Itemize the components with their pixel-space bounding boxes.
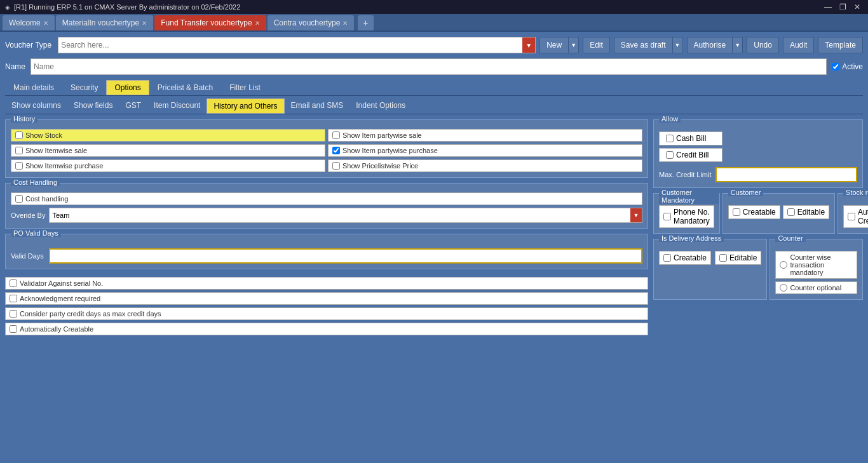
show-item-partywise-purchase-label: Show Item partywise purchase (342, 147, 438, 154)
counter-wise-mandatory-label: Counter wise transaction mandatory (790, 253, 853, 276)
delivery-address-legend: Is Delivery Address (659, 234, 724, 242)
credit-bill-label: Credit Bill (676, 151, 709, 159)
sub-tab-item-discount[interactable]: Item Discount (147, 98, 207, 114)
tab-contra-close[interactable]: ✕ (342, 20, 348, 27)
phone-mandatory-row: Phone No. Mandatory (659, 205, 714, 228)
new-dropdown-arrow[interactable]: ▼ (569, 37, 579, 53)
main-content: Voucher Type ▼ New ▼ Edit Save as draft … (0, 32, 868, 340)
tab-add-button[interactable]: + (358, 15, 373, 30)
sub-tab-history-others[interactable]: History and Others (207, 98, 284, 114)
edit-button[interactable]: Edit (583, 37, 610, 53)
customer-editable-row: Editable (783, 205, 829, 219)
stock-return-group: Stock return Auto Creatable (837, 193, 868, 234)
show-itemwise-purchase-checkbox[interactable] (15, 162, 23, 170)
auto-creatable-checkbox[interactable] (10, 325, 17, 333)
voucher-type-combo[interactable]: ▼ (58, 37, 536, 53)
max-credit-row: Max. Credit Limit (659, 167, 857, 182)
override-by-combo[interactable]: ▼ (49, 208, 642, 223)
delivery-editable-checkbox[interactable] (719, 254, 727, 262)
new-btn-group: New ▼ (539, 37, 579, 53)
phone-mandatory-checkbox[interactable] (663, 213, 671, 220)
counter-wise-mandatory-radio[interactable] (780, 261, 787, 269)
sub-tab-email-sms[interactable]: Email and SMS (285, 98, 350, 114)
tab-fundtransfer-close[interactable]: ✕ (255, 20, 260, 27)
tab-welcome-close[interactable]: ✕ (43, 20, 48, 27)
left-panel: History Show Stock Show Item partywise s… (5, 119, 648, 335)
voucher-type-dropdown-arrow[interactable]: ▼ (522, 37, 535, 53)
cost-handling-check-row: Cost handling (11, 192, 642, 205)
active-checkbox[interactable] (832, 63, 839, 70)
tab-materialin-close[interactable]: ✕ (142, 20, 147, 27)
validator-serial-checkbox[interactable] (10, 279, 17, 287)
sub-tab-show-fields[interactable]: Show fields (67, 98, 119, 114)
acknowledgment-row: Acknowledgment required (5, 292, 648, 305)
name-input[interactable] (31, 58, 827, 75)
customer-creatable-checkbox[interactable] (733, 208, 740, 216)
audit-button[interactable]: Audit (783, 37, 814, 53)
undo-button[interactable]: Undo (747, 37, 779, 53)
counter-optional-radio[interactable] (780, 284, 787, 292)
tab-contra[interactable]: Contra vouchertype ✕ (268, 15, 355, 30)
override-by-dropdown-arrow[interactable]: ▼ (630, 208, 642, 222)
po-valid-days-legend: PO Valid Days (11, 229, 61, 237)
counter-wise-mandatory-row: Counter wise transaction mandatory (775, 251, 857, 279)
show-item-partywise-purchase-checkbox[interactable] (332, 147, 340, 154)
check-show-itemwise-purchase: Show Itemwise purchase (11, 159, 325, 172)
max-credit-input[interactable] (715, 167, 857, 182)
cost-handling-checkbox[interactable] (15, 195, 23, 203)
tab-materialin[interactable]: MaterialIn vouchertype ✕ (56, 15, 153, 30)
tab-filter-list[interactable]: Filter List (221, 80, 269, 95)
tab-options[interactable]: Options (106, 80, 149, 95)
cash-bill-checkbox[interactable] (666, 135, 674, 142)
counter-optional-label: Counter optional (790, 284, 841, 292)
save-draft-dropdown-arrow[interactable]: ▼ (673, 37, 683, 53)
sub-tab-show-columns[interactable]: Show columns (5, 98, 67, 114)
show-itemwise-sale-checkbox[interactable] (15, 147, 23, 154)
credit-days-checkbox[interactable] (10, 310, 17, 318)
show-pricelistwise-price-checkbox[interactable] (332, 162, 340, 170)
valid-days-label: Valid Days (11, 252, 44, 260)
cash-bill-row: Cash Bill (659, 131, 722, 145)
customer-mandatory-row: Customer Mandatory Phone No. Mandatory C… (653, 193, 863, 234)
customer-editable-checkbox[interactable] (787, 208, 795, 216)
close-button[interactable]: ✕ (851, 1, 863, 13)
template-button[interactable]: Template (818, 37, 863, 53)
show-item-partywise-sale-checkbox[interactable] (332, 131, 340, 139)
tab-security[interactable]: Security (62, 80, 106, 95)
override-by-input[interactable] (50, 211, 630, 219)
tab-contra-label: Contra vouchertype (274, 18, 341, 27)
new-button[interactable]: New (539, 37, 569, 53)
credit-bill-row: Credit Bill (659, 148, 722, 162)
credit-bill-checkbox[interactable] (666, 151, 674, 159)
title-bar: ◈ [R1] Running ERP 5.1 on CMAX Server By… (0, 0, 868, 14)
delivery-address-group: Is Delivery Address Creatable Editable (653, 239, 767, 300)
show-stock-checkbox[interactable] (15, 131, 23, 139)
authorise-button[interactable]: Authorise (687, 37, 733, 53)
customer-mandatory-group: Customer Mandatory Phone No. Mandatory (653, 193, 720, 234)
tab-fundtransfer[interactable]: Fund Transfer vouchertype ✕ (154, 15, 266, 30)
delivery-creatable-row: Creatable (659, 251, 711, 265)
tab-welcome[interactable]: Welcome ✕ (3, 15, 55, 30)
authorise-dropdown-arrow[interactable]: ▼ (733, 37, 743, 53)
active-checkbox-row: Active (832, 62, 863, 71)
acknowledgment-checkbox[interactable] (10, 295, 17, 302)
override-by-row: Overide By ▼ (11, 208, 642, 223)
customer-editable-label: Editable (797, 208, 825, 217)
save-draft-button[interactable]: Save as draft (614, 37, 673, 53)
panel-area: History Show Stock Show Item partywise s… (5, 119, 863, 335)
sub-tab-gst[interactable]: GST (119, 98, 147, 114)
restore-button[interactable]: ❐ (837, 1, 849, 13)
override-by-label: Overide By (11, 211, 45, 219)
delivery-creatable-checkbox[interactable] (663, 254, 671, 262)
tab-pricelist-batch[interactable]: Pricelist & Batch (149, 80, 221, 95)
minimize-button[interactable]: — (822, 1, 834, 13)
voucher-type-input[interactable] (58, 41, 522, 50)
auto-creatable-stock-checkbox[interactable] (848, 213, 855, 220)
customer-creatable-label: Creatable (743, 208, 776, 217)
cost-handling-group: Cost Handling Cost handling Overide By ▼ (5, 183, 648, 229)
valid-days-input[interactable] (49, 248, 642, 264)
show-item-partywise-sale-label: Show Item partywise sale (342, 131, 422, 139)
credit-days-label: Consider party credit days as max credit… (20, 310, 161, 318)
tab-main-details[interactable]: Main details (5, 80, 62, 95)
sub-tab-indent-options[interactable]: Indent Options (349, 98, 412, 114)
